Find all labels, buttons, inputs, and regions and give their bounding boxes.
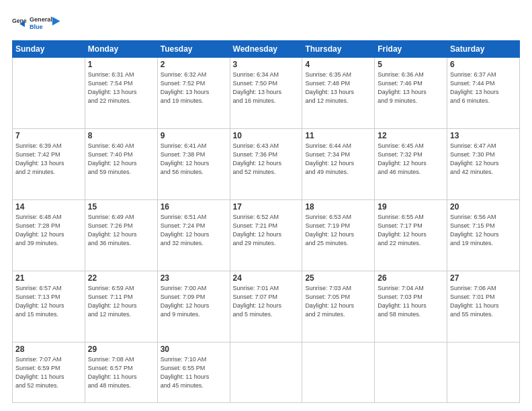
calendar-cell: 14Sunrise: 6:48 AMSunset: 7:28 PMDayligh… — [13, 199, 85, 271]
calendar-cell — [13, 58, 85, 129]
day-info: Sunrise: 6:44 AMSunset: 7:34 PMDaylight:… — [305, 142, 371, 177]
day-info: Sunrise: 6:49 AMSunset: 7:26 PMDaylight:… — [88, 213, 154, 248]
header: General General Blue — [12, 12, 520, 34]
calendar-cell: 11Sunrise: 6:44 AMSunset: 7:34 PMDayligh… — [302, 128, 375, 199]
day-info: Sunrise: 6:32 AMSunset: 7:52 PMDaylight:… — [161, 71, 227, 105]
calendar-cell: 23Sunrise: 7:00 AMSunset: 7:09 PMDayligh… — [157, 271, 230, 342]
day-number: 10 — [233, 131, 300, 140]
weekday-header-monday: Monday — [85, 41, 157, 58]
calendar-body: 1Sunrise: 6:31 AMSunset: 7:54 PMDaylight… — [13, 58, 520, 403]
day-number: 29 — [88, 345, 154, 354]
calendar-cell: 21Sunrise: 6:57 AMSunset: 7:13 PMDayligh… — [13, 271, 85, 342]
calendar-cell — [302, 342, 375, 403]
day-number: 24 — [233, 273, 300, 283]
calendar-cell: 10Sunrise: 6:43 AMSunset: 7:36 PMDayligh… — [230, 128, 302, 199]
day-number: 17 — [233, 202, 300, 212]
weekday-header-tuesday: Tuesday — [157, 41, 230, 58]
calendar-cell: 26Sunrise: 7:04 AMSunset: 7:03 PMDayligh… — [375, 271, 447, 342]
calendar-cell: 13Sunrise: 6:47 AMSunset: 7:30 PMDayligh… — [447, 128, 520, 199]
day-info: Sunrise: 6:31 AMSunset: 7:54 PMDaylight:… — [88, 71, 154, 105]
day-number: 26 — [378, 273, 444, 283]
day-number: 5 — [378, 60, 444, 69]
calendar-cell: 8Sunrise: 6:40 AMSunset: 7:40 PMDaylight… — [85, 128, 157, 199]
day-number: 16 — [161, 202, 227, 212]
calendar-cell: 28Sunrise: 7:07 AMSunset: 6:59 PMDayligh… — [13, 342, 85, 403]
day-info: Sunrise: 6:57 AMSunset: 7:13 PMDaylight:… — [15, 284, 82, 319]
calendar-cell: 17Sunrise: 6:52 AMSunset: 7:21 PMDayligh… — [230, 199, 302, 271]
day-info: Sunrise: 6:34 AMSunset: 7:50 PMDaylight:… — [233, 71, 300, 105]
day-number: 14 — [15, 202, 82, 212]
logo-icon: General — [12, 15, 27, 30]
day-number: 6 — [450, 60, 517, 69]
weekday-header-wednesday: Wednesday — [230, 41, 302, 58]
day-info: Sunrise: 7:06 AMSunset: 7:01 PMDaylight:… — [450, 284, 517, 319]
day-info: Sunrise: 7:10 AMSunset: 6:55 PMDaylight:… — [161, 355, 227, 390]
calendar-cell: 19Sunrise: 6:55 AMSunset: 7:17 PMDayligh… — [375, 199, 447, 271]
general-blue-logo: General Blue — [30, 12, 64, 34]
day-info: Sunrise: 6:45 AMSunset: 7:32 PMDaylight:… — [378, 142, 444, 177]
weekday-header-thursday: Thursday — [302, 41, 375, 58]
day-info: Sunrise: 6:59 AMSunset: 7:11 PMDaylight:… — [88, 284, 154, 319]
calendar-cell: 5Sunrise: 6:36 AMSunset: 7:46 PMDaylight… — [375, 58, 447, 129]
day-info: Sunrise: 6:35 AMSunset: 7:48 PMDaylight:… — [305, 71, 371, 105]
calendar-cell: 3Sunrise: 6:34 AMSunset: 7:50 PMDaylight… — [230, 58, 302, 129]
day-info: Sunrise: 7:00 AMSunset: 7:09 PMDaylight:… — [161, 284, 227, 319]
day-info: Sunrise: 6:56 AMSunset: 7:15 PMDaylight:… — [450, 213, 517, 248]
day-info: Sunrise: 7:01 AMSunset: 7:07 PMDaylight:… — [233, 284, 300, 319]
day-number: 20 — [450, 202, 517, 212]
calendar: SundayMondayTuesdayWednesdayThursdayFrid… — [12, 40, 520, 403]
weekday-header-sunday: Sunday — [13, 41, 85, 58]
day-number: 22 — [88, 273, 154, 283]
day-number: 13 — [450, 131, 517, 140]
day-number: 3 — [233, 60, 300, 69]
day-number: 30 — [161, 345, 227, 354]
day-info: Sunrise: 6:41 AMSunset: 7:38 PMDaylight:… — [161, 142, 227, 177]
day-number: 19 — [378, 202, 444, 212]
day-number: 12 — [378, 131, 444, 140]
week-row-2: 7Sunrise: 6:39 AMSunset: 7:42 PMDaylight… — [13, 128, 520, 199]
calendar-cell: 4Sunrise: 6:35 AMSunset: 7:48 PMDaylight… — [302, 58, 375, 129]
calendar-cell: 18Sunrise: 6:53 AMSunset: 7:19 PMDayligh… — [302, 199, 375, 271]
day-info: Sunrise: 7:04 AMSunset: 7:03 PMDaylight:… — [378, 284, 444, 319]
calendar-cell — [230, 342, 302, 403]
day-info: Sunrise: 7:07 AMSunset: 6:59 PMDaylight:… — [15, 355, 82, 390]
day-number: 15 — [88, 202, 154, 212]
svg-text:General: General — [30, 16, 52, 23]
day-number: 7 — [15, 131, 82, 140]
day-info: Sunrise: 6:40 AMSunset: 7:40 PMDaylight:… — [88, 142, 154, 177]
day-info: Sunrise: 6:55 AMSunset: 7:17 PMDaylight:… — [378, 213, 444, 248]
calendar-cell — [375, 342, 447, 403]
weekday-header-friday: Friday — [375, 41, 447, 58]
day-number: 25 — [305, 273, 371, 283]
day-number: 9 — [161, 131, 227, 140]
day-info: Sunrise: 6:37 AMSunset: 7:44 PMDaylight:… — [450, 71, 517, 105]
calendar-cell: 22Sunrise: 6:59 AMSunset: 7:11 PMDayligh… — [85, 271, 157, 342]
day-number: 11 — [305, 131, 371, 140]
svg-text:Blue: Blue — [30, 24, 43, 30]
day-number: 4 — [305, 60, 371, 69]
day-number: 28 — [15, 345, 82, 354]
day-info: Sunrise: 6:47 AMSunset: 7:30 PMDaylight:… — [450, 142, 517, 177]
day-number: 1 — [88, 60, 154, 69]
day-info: Sunrise: 6:51 AMSunset: 7:24 PMDaylight:… — [161, 213, 227, 248]
day-info: Sunrise: 7:08 AMSunset: 6:57 PMDaylight:… — [88, 355, 154, 390]
weekday-header-saturday: Saturday — [447, 41, 520, 58]
calendar-cell: 30Sunrise: 7:10 AMSunset: 6:55 PMDayligh… — [157, 342, 230, 403]
weekday-header-row: SundayMondayTuesdayWednesdayThursdayFrid… — [13, 41, 520, 58]
calendar-cell: 9Sunrise: 6:41 AMSunset: 7:38 PMDaylight… — [157, 128, 230, 199]
calendar-cell: 16Sunrise: 6:51 AMSunset: 7:24 PMDayligh… — [157, 199, 230, 271]
week-row-5: 28Sunrise: 7:07 AMSunset: 6:59 PMDayligh… — [13, 342, 520, 403]
week-row-3: 14Sunrise: 6:48 AMSunset: 7:28 PMDayligh… — [13, 199, 520, 271]
calendar-cell: 7Sunrise: 6:39 AMSunset: 7:42 PMDaylight… — [13, 128, 85, 199]
calendar-cell: 25Sunrise: 7:03 AMSunset: 7:05 PMDayligh… — [302, 271, 375, 342]
calendar-cell: 1Sunrise: 6:31 AMSunset: 7:54 PMDaylight… — [85, 58, 157, 129]
day-number: 27 — [450, 273, 517, 283]
calendar-cell: 6Sunrise: 6:37 AMSunset: 7:44 PMDaylight… — [447, 58, 520, 129]
week-row-1: 1Sunrise: 6:31 AMSunset: 7:54 PMDaylight… — [13, 58, 520, 129]
day-number: 18 — [305, 202, 371, 212]
day-info: Sunrise: 6:36 AMSunset: 7:46 PMDaylight:… — [378, 71, 444, 105]
day-info: Sunrise: 6:43 AMSunset: 7:36 PMDaylight:… — [233, 142, 300, 177]
day-number: 21 — [15, 273, 82, 283]
calendar-cell — [447, 342, 520, 403]
day-info: Sunrise: 6:48 AMSunset: 7:28 PMDaylight:… — [15, 213, 82, 248]
